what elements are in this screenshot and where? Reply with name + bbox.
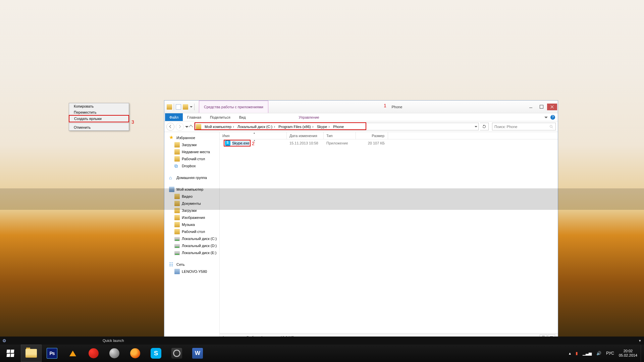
ctx-cancel[interactable]: Отменить [69, 124, 129, 130]
taskbar-opera-next[interactable] [104, 345, 125, 362]
system-menu-icon[interactable] [167, 104, 172, 110]
nav-recent[interactable]: Недавние места [164, 148, 219, 155]
address-bar[interactable]: Мой компьютер Локальный диск (C:) Progra… [194, 123, 479, 130]
nav-drive-d[interactable]: Локальный диск (D:) [164, 242, 219, 249]
nav-drive-e[interactable]: Локальный диск (E:) [164, 249, 219, 256]
file-row-skype-exe[interactable]: Skype.exe 15.11.2013 10:58 Приложение 20… [220, 139, 558, 147]
taskbar-explorer[interactable] [21, 345, 42, 362]
window-title: Phone [268, 105, 526, 109]
tab-view[interactable]: Вид [235, 113, 250, 121]
nav-network-pc[interactable]: LENOVO-Y580 [164, 268, 219, 275]
system-tray[interactable]: ▴ ▮ ▁▃▅ 🔊 РУС 20:0205.02.2014 [569, 349, 641, 358]
up-button[interactable] [189, 125, 193, 129]
qat-dropdown-icon[interactable] [190, 106, 193, 109]
nav-pane[interactable]: ★Избранное Загрузки Недавние места Рабоч… [164, 132, 220, 341]
tray-clock[interactable]: 20:0205.02.2014 [619, 349, 637, 358]
titlebar[interactable]: Средства работы с приложениями Phone [164, 101, 558, 113]
nav-network[interactable]: ☷Сеть [164, 261, 219, 268]
taskbar[interactable]: Ps S W ▴ ▮ ▁▃▅ 🔊 РУС 20:0205.02.2014 [0, 345, 644, 362]
crumb-drive-c[interactable]: Локальный диск (C:) [235, 123, 276, 130]
search-input[interactable]: Поиск: Phone [492, 123, 556, 130]
annotation-1: 1 [384, 103, 386, 108]
forward-button[interactable] [176, 123, 184, 131]
taskbar-aimp[interactable] [62, 345, 83, 362]
separator [174, 104, 174, 110]
ctx-move[interactable]: Переместить [69, 109, 129, 115]
tray-volume-icon[interactable]: 🔊 [596, 351, 601, 356]
tab-file[interactable]: Файл [165, 113, 183, 121]
search-icon [549, 125, 553, 129]
nav-documents[interactable]: Документы [164, 200, 219, 207]
explorer-window: Средства работы с приложениями Phone Фай… [164, 100, 558, 342]
search-placeholder: Поиск: Phone [494, 125, 517, 129]
nav-drive-c[interactable]: Локальный диск (C:) [164, 235, 219, 242]
col-name[interactable]: Имя [220, 132, 287, 139]
start-button[interactable] [0, 345, 21, 362]
desktop[interactable]: Копировать Переместить Создать ярлыки От… [0, 0, 644, 362]
tab-manage[interactable]: Управление [294, 113, 324, 121]
annotation-2: 2 [252, 141, 255, 146]
help-icon[interactable]: ? [550, 115, 555, 120]
crumb-pc[interactable]: Мой компьютер [203, 123, 235, 130]
col-date[interactable]: Дата изменения [287, 132, 324, 139]
dock-collapse-icon[interactable]: ▾ [638, 338, 642, 343]
tab-home[interactable]: Главная [183, 113, 206, 121]
history-dropdown-icon[interactable] [185, 126, 189, 129]
crumb-skype[interactable]: Skype [315, 123, 331, 130]
tray-overflow-icon[interactable]: ▴ [569, 351, 571, 356]
tray-network-icon[interactable]: ▁▃▅ [583, 351, 592, 356]
col-size[interactable]: Размер [356, 132, 388, 139]
nav-pictures[interactable]: Изображения [164, 214, 219, 221]
file-size: 20 107 КБ [356, 139, 388, 147]
minimize-button[interactable] [526, 104, 536, 110]
ctx-copy[interactable]: Копировать [69, 103, 129, 109]
nav-downloads[interactable]: Загрузки [164, 141, 219, 148]
nav-computer[interactable]: Мой компьютер [164, 186, 219, 193]
dock-strip[interactable]: ⚙ Quick launch ▾ [0, 337, 644, 345]
file-type: Приложение [324, 139, 356, 147]
tray-language[interactable]: РУС [606, 351, 614, 356]
drag-context-menu: Копировать Переместить Создать ярлыки От… [69, 103, 129, 131]
ribbon-tabs: Файл Главная Поделиться Вид Управление ? [164, 113, 558, 121]
taskbar-photoshop[interactable]: Ps [42, 345, 62, 362]
close-button[interactable] [547, 104, 557, 110]
file-name: Skype.exe [232, 141, 249, 145]
svg-point-0 [550, 125, 552, 127]
svg-line-1 [552, 127, 553, 128]
back-button[interactable] [166, 123, 174, 131]
taskbar-steam[interactable] [166, 345, 187, 362]
nav-homegroup[interactable]: ⌂Домашняя группа [164, 174, 219, 181]
taskbar-firefox[interactable] [125, 345, 146, 362]
nav-dropbox[interactable]: ⧉Dropbox [164, 162, 219, 169]
nav-desktop2[interactable]: Рабочий стол [164, 228, 219, 235]
location-icon[interactable] [196, 124, 201, 129]
maximize-button[interactable] [536, 104, 546, 110]
nav-favorites[interactable]: ★Избранное [164, 134, 219, 141]
tab-share[interactable]: Поделиться [206, 113, 235, 121]
show-desktop-button[interactable] [641, 345, 644, 362]
taskbar-word[interactable]: W [187, 345, 208, 362]
refresh-button[interactable] [480, 123, 489, 130]
qat-newfolder-icon[interactable] [183, 104, 188, 110]
nav-desktop[interactable]: Рабочий стол [164, 155, 219, 162]
separator [194, 104, 195, 110]
address-dropdown-icon[interactable] [474, 123, 478, 130]
col-type[interactable]: Тип [324, 132, 356, 139]
taskbar-skype[interactable]: S [146, 345, 166, 362]
nav-videos[interactable]: Видео [164, 193, 219, 200]
column-headers[interactable]: Имя Дата изменения Тип Размер [220, 132, 558, 139]
ribbon-expand-icon[interactable] [544, 117, 548, 120]
dock-settings-icon[interactable]: ⚙ [0, 337, 9, 345]
nav-music[interactable]: Музыка [164, 221, 219, 228]
file-list[interactable]: Имя Дата изменения Тип Размер Skype.exe [220, 132, 558, 341]
ctx-create-shortcut[interactable]: Создать ярлыки [69, 115, 129, 122]
qat-properties-icon[interactable] [176, 104, 181, 110]
crumb-phone[interactable]: Phone [331, 123, 344, 130]
nav-downloads2[interactable]: Загрузки [164, 207, 219, 214]
taskbar-opera[interactable] [83, 345, 104, 362]
quick-launch-label[interactable]: Quick launch [103, 339, 124, 343]
tray-battery-icon[interactable]: ▮ [576, 351, 578, 356]
ribbon-context-tab: Средства работы с приложениями [199, 101, 268, 113]
crumb-progfiles[interactable]: Program Files (x86) [276, 123, 315, 130]
nav-row: Мой компьютер Локальный диск (C:) Progra… [164, 121, 558, 132]
